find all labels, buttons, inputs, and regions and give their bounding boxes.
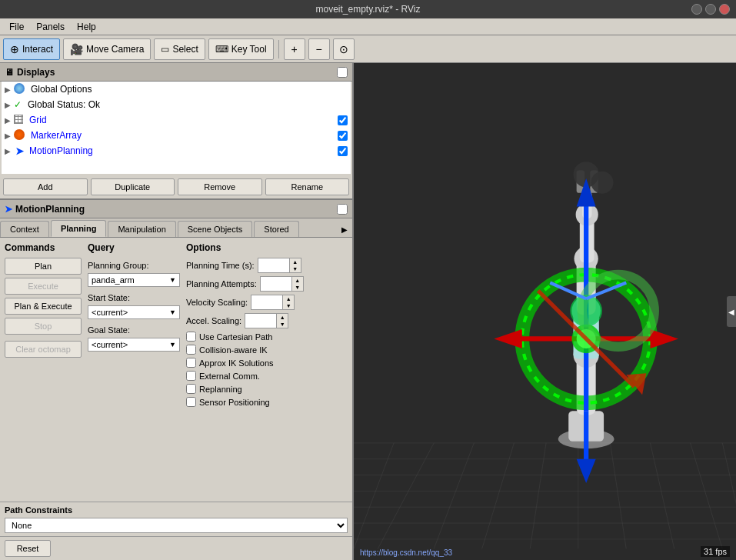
planning-time-up-button[interactable]: ▲ bbox=[290, 258, 301, 265]
tab-stored[interactable]: Stored bbox=[254, 221, 298, 237]
replanning-row: Replanning bbox=[186, 384, 348, 394]
motionplanning-checkbox[interactable] bbox=[338, 146, 348, 156]
accel-scaling-row: Accel. Scaling: 0.10 ▲ ▼ bbox=[186, 313, 348, 328]
velocity-scaling-spinbox-buttons: ▲ ▼ bbox=[282, 295, 294, 309]
display-item-grid[interactable]: ▶ Grid bbox=[2, 112, 351, 128]
accel-scaling-up-button[interactable]: ▲ bbox=[277, 314, 288, 321]
velocity-scaling-input[interactable]: 0.10 bbox=[251, 297, 282, 308]
path-constraints-label: Path Constraints bbox=[5, 505, 348, 515]
sensor-positioning-row: Sensor Positioning bbox=[186, 397, 348, 407]
viewport-right-arrow[interactable]: ◀ bbox=[727, 296, 736, 327]
displays-buttons-row: Add Duplicate Remove Rename bbox=[0, 175, 352, 198]
plan-execute-button[interactable]: Plan & Execute bbox=[5, 298, 82, 315]
planning-attempts-label: Planning Attempts: bbox=[186, 279, 257, 288]
select-button[interactable]: ▭ Select bbox=[154, 38, 205, 60]
planning-group-dropdown-arrow: ▼ bbox=[169, 276, 176, 284]
subtract-tool-button[interactable]: − bbox=[308, 38, 330, 60]
external-comm-checkbox[interactable] bbox=[186, 371, 196, 381]
goal-state-dropdown[interactable]: <current> ▼ bbox=[88, 338, 180, 352]
planning-attempts-row: Planning Attempts: 10 ▲ ▼ bbox=[186, 276, 348, 292]
stop-button[interactable]: Stop bbox=[5, 318, 82, 335]
replanning-checkbox[interactable] bbox=[186, 384, 196, 394]
accel-scaling-label: Accel. Scaling: bbox=[186, 316, 241, 325]
collision-aware-ik-checkbox[interactable] bbox=[186, 345, 196, 355]
camera-settings-button[interactable]: ⊙ bbox=[333, 38, 355, 60]
expand-arrow-motionplanning: ▶ bbox=[5, 147, 11, 155]
path-constraints-select[interactable]: None bbox=[5, 518, 348, 533]
select-icon: ▭ bbox=[161, 44, 169, 55]
velocity-scaling-spinbox[interactable]: 0.10 ▲ ▼ bbox=[251, 295, 295, 310]
clear-octomap-button[interactable]: Clear octomap bbox=[5, 341, 82, 358]
velocity-scaling-label: Velocity Scaling: bbox=[186, 298, 248, 307]
menu-file[interactable]: File bbox=[3, 20, 30, 34]
planning-attempts-spinbox-buttons: ▲ ▼ bbox=[291, 277, 303, 291]
reset-button[interactable]: Reset bbox=[5, 540, 51, 557]
interact-button[interactable]: ⊕ Interact bbox=[3, 38, 60, 60]
maximize-button[interactable] bbox=[705, 4, 716, 15]
titlebar: moveit_empty.rviz* - RViz bbox=[0, 0, 736, 18]
planning-attempts-down-button[interactable]: ▼ bbox=[292, 284, 303, 291]
remove-button[interactable]: Remove bbox=[178, 178, 262, 195]
displays-header: 🖥 Displays bbox=[0, 63, 352, 82]
collision-aware-ik-row: Collision-aware IK bbox=[186, 345, 348, 355]
accel-scaling-input[interactable]: 0.10 bbox=[245, 315, 276, 326]
tab-scroll-right[interactable]: ▶ bbox=[337, 222, 352, 237]
replanning-label: Replanning bbox=[199, 385, 242, 394]
close-button[interactable] bbox=[719, 4, 730, 15]
key-tool-icon: ⌨ bbox=[215, 44, 228, 55]
plan-button[interactable]: Plan bbox=[5, 258, 82, 275]
start-state-dropdown[interactable]: <current> ▼ bbox=[88, 305, 180, 319]
planning-attempts-up-button[interactable]: ▲ bbox=[292, 277, 303, 284]
execute-button[interactable]: Execute bbox=[5, 278, 82, 295]
grid-checkbox[interactable] bbox=[338, 115, 348, 125]
expand-arrow-global-options: ▶ bbox=[5, 85, 11, 94]
planning-time-spinbox[interactable]: 5.0 ▲ ▼ bbox=[258, 258, 301, 273]
displays-checkbox[interactable] bbox=[337, 67, 348, 78]
move-camera-icon: 🎥 bbox=[70, 43, 83, 55]
tab-planning[interactable]: Planning bbox=[51, 220, 106, 237]
planning-time-down-button[interactable]: ▼ bbox=[290, 265, 301, 272]
planning-time-input[interactable]: 5.0 bbox=[258, 260, 289, 271]
motionplanning-section-checkbox[interactable] bbox=[337, 204, 348, 215]
displays-title: Displays bbox=[17, 67, 55, 78]
planning-time-spinbox-buttons: ▲ ▼ bbox=[289, 258, 301, 272]
display-item-markerarray[interactable]: ▶ MarkerArray bbox=[2, 128, 351, 143]
sensor-positioning-checkbox[interactable] bbox=[186, 397, 196, 407]
velocity-scaling-down-button[interactable]: ▼ bbox=[283, 302, 294, 309]
add-tool-button[interactable]: + bbox=[284, 38, 305, 60]
move-camera-button[interactable]: 🎥 Move Camera bbox=[63, 38, 151, 60]
duplicate-button[interactable]: Duplicate bbox=[91, 178, 175, 195]
url-display[interactable]: https://blog.csdn.net/qq_33 bbox=[360, 548, 452, 557]
velocity-scaling-up-button[interactable]: ▲ bbox=[283, 295, 294, 302]
approx-ik-checkbox[interactable] bbox=[186, 358, 196, 368]
tab-manipulation[interactable]: Manipulation bbox=[108, 221, 175, 237]
reset-row: Reset bbox=[0, 536, 352, 560]
titlebar-controls bbox=[691, 4, 730, 15]
minimize-button[interactable] bbox=[691, 4, 702, 15]
use-cartesian-path-checkbox[interactable] bbox=[186, 332, 196, 342]
tab-context[interactable]: Context bbox=[0, 221, 49, 237]
display-item-global-status[interactable]: ▶ ✓ Global Status: Ok bbox=[2, 97, 351, 112]
tab-scene-objects[interactable]: Scene Objects bbox=[178, 221, 253, 237]
path-constraints-section: Path Constraints None bbox=[0, 502, 352, 536]
display-item-global-options[interactable]: ▶ Global Options bbox=[2, 82, 351, 97]
grid-icon bbox=[14, 115, 23, 126]
scene-svg bbox=[354, 63, 736, 560]
planning-attempts-spinbox[interactable]: 10 ▲ ▼ bbox=[260, 276, 304, 292]
accel-scaling-spinbox[interactable]: 0.10 ▲ ▼ bbox=[245, 313, 288, 328]
menu-panels[interactable]: Panels bbox=[30, 20, 71, 34]
planning-group-dropdown[interactable]: panda_arm ▼ bbox=[88, 273, 180, 287]
key-tool-button[interactable]: ⌨ Key Tool bbox=[208, 38, 274, 60]
commands-title: Commands bbox=[5, 242, 82, 253]
add-button[interactable]: Add bbox=[3, 178, 88, 195]
planning-attempts-input[interactable]: 10 bbox=[261, 278, 291, 289]
display-item-motionplanning[interactable]: ▶ ➤ MotionPlanning bbox=[2, 143, 351, 158]
external-comm-row: External Comm. bbox=[186, 371, 348, 381]
displays-section: 🖥 Displays ▶ Global Options ▶ ✓ Global S… bbox=[0, 63, 352, 200]
markerarray-checkbox[interactable] bbox=[338, 131, 348, 141]
rename-button[interactable]: Rename bbox=[265, 178, 350, 195]
menu-help[interactable]: Help bbox=[71, 20, 102, 34]
grid-label: Grid bbox=[29, 115, 338, 125]
accel-scaling-down-button[interactable]: ▼ bbox=[277, 321, 288, 328]
planning-time-row: Planning Time (s): 5.0 ▲ ▼ bbox=[186, 258, 348, 273]
